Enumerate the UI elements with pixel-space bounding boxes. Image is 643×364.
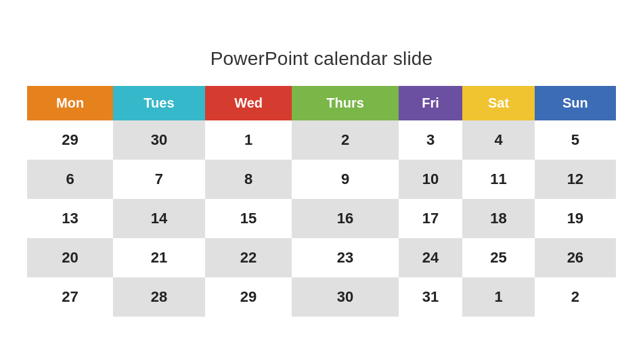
calendar-cell: 26	[535, 238, 616, 277]
calendar-cell: 16	[292, 199, 398, 238]
calendar-header-wed: Wed	[205, 86, 292, 120]
calendar-cell: 28	[113, 277, 205, 317]
calendar-cell: 19	[535, 199, 616, 238]
calendar-cell: 13	[27, 199, 113, 238]
calendar-cell: 4	[462, 120, 534, 160]
calendar-cell: 6	[27, 160, 113, 199]
calendar-cell: 15	[205, 199, 292, 238]
calendar-cell: 27	[27, 277, 113, 317]
calendar-row-5: 272829303112	[27, 277, 616, 317]
calendar-header-fri: Fri	[399, 86, 463, 120]
page-title: PowerPoint calendar slide	[210, 48, 433, 70]
calendar-cell: 5	[535, 120, 616, 160]
calendar-header-tues: Tues	[113, 86, 205, 120]
calendar-header-thurs: Thurs	[292, 86, 398, 120]
calendar-cell: 14	[113, 199, 205, 238]
calendar-header-row: MonTuesWedThursFriSatSun	[27, 86, 616, 120]
calendar-cell: 3	[399, 120, 463, 160]
calendar-cell: 21	[113, 238, 205, 277]
calendar-cell: 12	[535, 160, 616, 199]
calendar-row-4: 20212223242526	[27, 238, 616, 277]
calendar-cell: 22	[205, 238, 292, 277]
calendar-cell: 30	[292, 277, 398, 317]
calendar-cell: 9	[292, 160, 398, 199]
calendar-cell: 30	[113, 120, 205, 160]
calendar-cell: 29	[205, 277, 292, 317]
calendar-container: MonTuesWedThursFriSatSun 293012345678910…	[27, 86, 616, 317]
calendar-cell: 20	[27, 238, 113, 277]
calendar-cell: 8	[205, 160, 292, 199]
calendar-header-mon: Mon	[27, 86, 113, 120]
calendar-header-sun: Sun	[535, 86, 616, 120]
calendar-cell: 2	[292, 120, 398, 160]
calendar-cell: 11	[462, 160, 534, 199]
calendar-cell: 29	[27, 120, 113, 160]
calendar-cell: 10	[399, 160, 463, 199]
calendar-row-1: 293012345	[27, 120, 616, 160]
calendar-body: 2930123456789101112131415161718192021222…	[27, 120, 616, 317]
calendar-cell: 18	[462, 199, 534, 238]
calendar-cell: 7	[113, 160, 205, 199]
calendar-table: MonTuesWedThursFriSatSun 293012345678910…	[27, 86, 616, 317]
calendar-cell: 17	[399, 199, 463, 238]
calendar-cell: 25	[462, 238, 534, 277]
calendar-cell: 31	[399, 277, 463, 317]
calendar-cell: 1	[205, 120, 292, 160]
calendar-row-2: 6789101112	[27, 160, 616, 199]
calendar-cell: 1	[462, 277, 534, 317]
calendar-cell: 24	[399, 238, 463, 277]
calendar-header-sat: Sat	[462, 86, 534, 120]
calendar-row-3: 13141516171819	[27, 199, 616, 238]
calendar-cell: 2	[535, 277, 616, 317]
calendar-cell: 23	[292, 238, 398, 277]
